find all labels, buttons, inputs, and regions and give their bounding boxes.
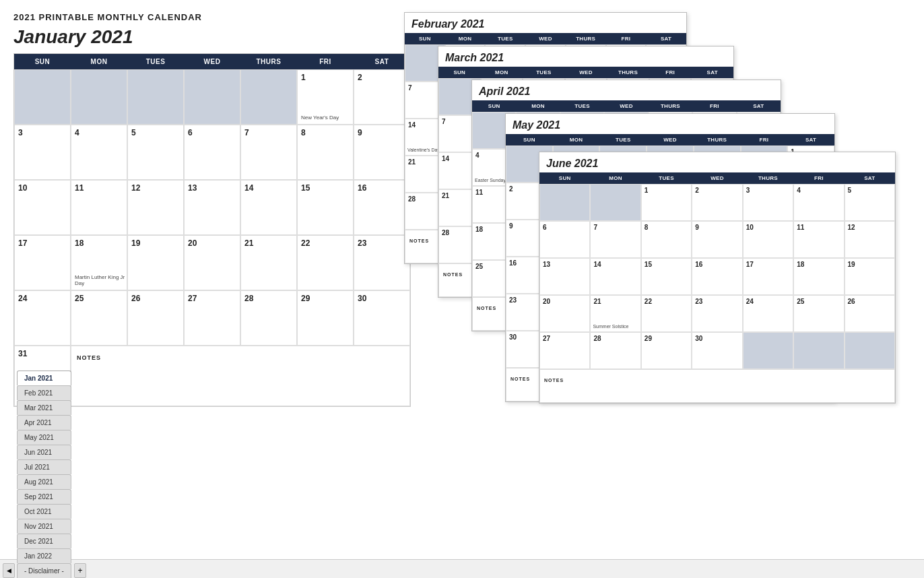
mini-cal-cell: 26 [845, 295, 895, 332]
stacked-calendars: February 2021 SUN MON TUES WED THURS FRI… [404, 0, 916, 552]
tab-nav-left[interactable]: ◀ [3, 563, 15, 578]
tab-item[interactable]: - Disclaimer - [17, 563, 71, 578]
mini-cal-cell: 3 [743, 184, 793, 221]
cal-cell: 6 [184, 125, 240, 180]
tab-item[interactable]: Jan 2022 [17, 548, 71, 563]
mini-cal-cell: 5 [845, 184, 895, 221]
cal-cell: 17 [14, 235, 71, 290]
mini-cal-cell: 21Summer Solstice [590, 295, 640, 332]
cal-cell: 9 [354, 125, 410, 180]
mini-cal-cell [845, 332, 895, 369]
tab-item[interactable]: Jul 2021 [17, 459, 71, 474]
mini-cal-cell: 17 [743, 258, 793, 295]
cal-cell: 18Martin Luther King Jr Day [71, 235, 127, 290]
tab-item[interactable]: Oct 2021 [17, 504, 71, 519]
mini-cal-cell: 7 [590, 221, 640, 258]
mini-cal-cell [539, 184, 590, 221]
apr-header: SUN MON TUES WED THURS FRI SAT [472, 100, 781, 112]
mini-cal-cell: 23 [692, 295, 742, 332]
tab-item[interactable]: Jun 2021 [17, 445, 71, 459]
tab-add-button[interactable]: + [74, 563, 86, 578]
mini-cal-cell: 13 [539, 258, 590, 295]
mini-cal-cell: 29 [641, 332, 692, 369]
col-thu: THURS [240, 54, 297, 69]
notes-section: NOTES [71, 346, 410, 406]
mini-cal-cell: 4 [793, 184, 844, 221]
apr-title: April 2021 [472, 80, 781, 100]
mini-cal-cell: 10 [743, 221, 793, 258]
mini-cal-cell: 16 [692, 258, 742, 295]
cal-cell [240, 69, 297, 125]
cal-cell: 25 [71, 290, 127, 346]
cal-cell: 30 [354, 290, 410, 346]
cal-cell: 3 [14, 125, 71, 180]
mini-cal-cell: 20 [539, 295, 590, 332]
jun-title: June 2021 [539, 152, 895, 172]
col-tue: TUES [127, 54, 184, 69]
jun-header: SUN MON TUES WED THURS FRI SAT [539, 172, 895, 184]
cal-cell: 7 [240, 125, 297, 180]
mini-cal-cell: 27 [539, 332, 590, 369]
mini-cal-cell: 25 [793, 295, 844, 332]
cal-cell: 4 [71, 125, 127, 180]
cal-cell: 2 [354, 69, 410, 125]
tab-item[interactable]: May 2021 [17, 430, 71, 445]
mini-cal-cell: 11 [793, 221, 844, 258]
notes-label: NOTES [77, 354, 101, 361]
col-sat: SAT [354, 54, 410, 69]
tab-item[interactable]: Nov 2021 [17, 519, 71, 534]
tab-item[interactable]: Jan 2021 [17, 371, 71, 385]
tab-bar: ◀ Jan 2021Feb 2021Mar 2021Apr 2021May 20… [0, 559, 924, 578]
jun-grid: 123456789101112131415161718192021Summer … [539, 184, 895, 369]
cal-cell: 28 [240, 290, 297, 346]
tabs-container: Jan 2021Feb 2021Mar 2021Apr 2021May 2021… [17, 371, 73, 578]
tab-item[interactable]: Feb 2021 [17, 385, 71, 400]
cal-cell: 29 [297, 290, 354, 346]
cal-cell: 11 [71, 180, 127, 235]
last-row: 31 NOTES [14, 346, 410, 406]
may-header: SUN MON TUES WED THURS FRI SAT [506, 134, 834, 146]
tab-item[interactable]: Dec 2021 [17, 534, 71, 548]
jun-notes: NOTES [539, 369, 895, 403]
june-calendar: June 2021 SUN MON TUES WED THURS FRI SAT… [539, 152, 896, 404]
cal-cell: 14 [240, 180, 297, 235]
mini-cal-cell: 9 [692, 221, 742, 258]
january-calendar: SUN MON TUES WED THURS FRI SAT 1New Year… [13, 53, 411, 407]
col-mon: MON [71, 54, 127, 69]
tab-item[interactable]: Mar 2021 [17, 400, 71, 415]
mini-cal-cell: 6 [539, 221, 590, 258]
mini-cal-cell: 1 [641, 184, 692, 221]
mini-cal-cell: 24 [743, 295, 793, 332]
mini-cal-cell [743, 332, 793, 369]
mini-cal-cell: 19 [845, 258, 895, 295]
col-sun: SUN [14, 54, 71, 69]
cal-cell: 22 [297, 235, 354, 290]
mini-cal-cell: 15 [641, 258, 692, 295]
feb-title: February 2021 [405, 13, 686, 33]
cal-cell: 23 [354, 235, 410, 290]
cal-cell: 12 [127, 180, 184, 235]
cal-cell: 15 [297, 180, 354, 235]
cal-cell: 13 [184, 180, 240, 235]
mini-cal-cell: 22 [641, 295, 692, 332]
mini-cal-cell: 12 [845, 221, 895, 258]
cal-grid: 1New Year's Day2345678910111213141516171… [14, 69, 410, 346]
mini-cal-cell [793, 332, 844, 369]
cal-cell: 21 [240, 235, 297, 290]
cal-cell [71, 69, 127, 125]
tab-item[interactable]: Aug 2021 [17, 474, 71, 489]
cal-header: SUN MON TUES WED THURS FRI SAT [14, 54, 410, 69]
feb-header: SUN MON TUES WED THURS FRI SAT [405, 33, 686, 44]
mini-cal-cell [590, 184, 640, 221]
cal-cell: 24 [14, 290, 71, 346]
col-fri: FRI [297, 54, 354, 69]
cal-cell [184, 69, 240, 125]
cal-cell: 27 [184, 290, 240, 346]
mini-cal-cell: 28 [590, 332, 640, 369]
tab-item[interactable]: Apr 2021 [17, 415, 71, 430]
cal-cell: 19 [127, 235, 184, 290]
tab-item[interactable]: Sep 2021 [17, 489, 71, 504]
cal-cell: 1New Year's Day [297, 69, 354, 125]
cal-cell: 26 [127, 290, 184, 346]
col-wed: WED [184, 54, 240, 69]
